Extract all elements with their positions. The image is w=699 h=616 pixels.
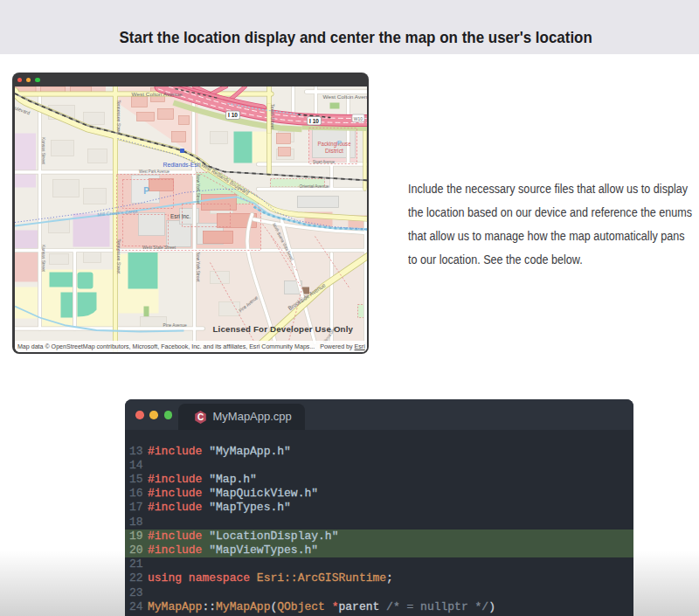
- svg-text:P: P: [336, 138, 342, 146]
- svg-text:West Colton Avenue: West Colton Avenue: [322, 93, 367, 99]
- svg-text:Texas Street: Texas Street: [270, 104, 275, 129]
- svg-text:West Colton Avenue: West Colton Avenue: [131, 90, 183, 96]
- svg-text:Kansas Street: Kansas Street: [40, 137, 45, 165]
- svg-text:W10: W10: [353, 115, 363, 121]
- svg-text:New York Street: New York Street: [195, 174, 200, 204]
- svg-text:Redlands-Esri: Redlands-Esri: [163, 161, 200, 167]
- svg-text:Oriental Avenue: Oriental Avenue: [299, 183, 329, 189]
- svg-text:West Park Avenue: West Park Avenue: [139, 168, 170, 173]
- svg-text:New York Street: New York Street: [195, 252, 200, 281]
- svg-text:Kansas Street: Kansas Street: [40, 245, 45, 273]
- svg-text:Stuart Avenue: Stuart Avenue: [313, 158, 335, 163]
- svg-text:Tennessee Street: Tennessee Street: [116, 239, 121, 273]
- svg-text:West State Street: West State Street: [142, 243, 176, 249]
- svg-text:District: District: [325, 147, 343, 155]
- svg-text:I 10: I 10: [228, 112, 238, 118]
- svg-text:C: C: [197, 412, 204, 422]
- svg-text:Pine Avenue: Pine Avenue: [163, 322, 187, 327]
- svg-text:P: P: [143, 185, 149, 195]
- svg-text:I 10: I 10: [309, 117, 319, 123]
- svg-text:Tennessee Street: Tennessee Street: [116, 100, 121, 135]
- svg-text:Esri Inc.: Esri Inc.: [170, 213, 190, 219]
